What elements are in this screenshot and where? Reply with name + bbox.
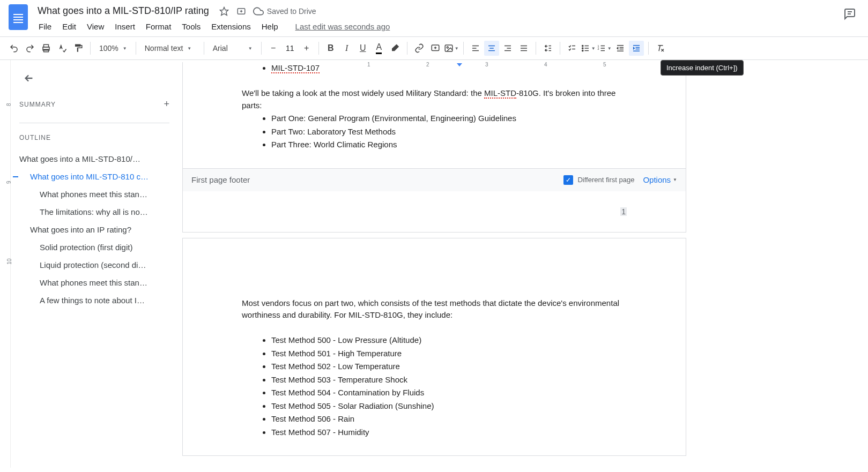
move-icon[interactable] (236, 6, 247, 17)
add-summary-button[interactable]: + (164, 99, 169, 110)
outline-label: OUTLINE (13, 134, 176, 150)
document-canvas[interactable]: 1 2 3 4 5 6 MIL-STD-107 We'll be taking … (182, 60, 868, 468)
paint-format-button[interactable] (71, 41, 86, 56)
last-edit-link[interactable]: Last edit was seconds ago (291, 20, 395, 33)
list-item[interactable]: Test Method 502 - Low Temperature (271, 361, 627, 373)
summary-label: SUMMARY (19, 101, 56, 108)
list-item[interactable]: Part Two: Laboratory Test Methods (271, 126, 627, 138)
checklist-button[interactable] (565, 41, 580, 56)
paragraph[interactable]: We'll be taking a look at the most widel… (242, 87, 627, 111)
outline-item[interactable]: Solid protection (first digit) (13, 238, 176, 256)
cloud-icon (253, 6, 264, 17)
list-item[interactable]: Test Method 501 - High Temperature (271, 348, 627, 360)
outline-item[interactable]: The limitations: why all is no… (13, 203, 176, 221)
list-item[interactable]: Part Three: World Climatic Regions (271, 139, 627, 151)
decrease-indent-button[interactable] (613, 41, 628, 56)
svg-point-29 (582, 45, 583, 46)
page-footer[interactable]: 1 (183, 191, 686, 232)
app-header: What goes into a MIL-STD-810/IP rating S… (0, 0, 868, 33)
horizontal-ruler[interactable]: 1 2 3 4 5 6 (188, 60, 868, 69)
insert-comment-button[interactable] (428, 41, 443, 56)
print-button[interactable] (39, 41, 54, 56)
close-outline-icon[interactable] (19, 69, 39, 88)
docs-logo-icon[interactable] (9, 4, 28, 30)
cloud-status[interactable]: Saved to Drive (253, 6, 316, 17)
document-page-1: MIL-STD-107 We'll be taking a look at th… (182, 62, 686, 233)
menu-format[interactable]: Format (142, 20, 176, 33)
outline-sidebar: SUMMARY + OUTLINE What goes into a MIL-S… (11, 60, 182, 468)
bold-button[interactable]: B (323, 41, 338, 56)
align-right-button[interactable] (500, 41, 515, 56)
redo-button[interactable] (23, 41, 38, 56)
list-item[interactable]: Part One: General Program (Environmental… (271, 113, 627, 125)
outline-item[interactable]: What goes into an IP rating? (13, 221, 176, 238)
list-item[interactable]: Test Method 503 - Temperature Shock (271, 374, 627, 386)
menu-help[interactable]: Help (257, 20, 283, 33)
tooltip: Increase indent (Ctrl+]) (661, 60, 744, 76)
highlight-button[interactable] (388, 41, 403, 56)
toolbar: 100%▼ Normal text▼ Arial▼ − 11 + B I U A… (0, 36, 868, 60)
outline-item[interactable]: What phones meet this stan… (13, 274, 176, 291)
increase-indent-button[interactable] (629, 41, 644, 56)
svg-text:2: 2 (597, 47, 599, 50)
list-item[interactable]: Test Method 504 - Contamination by Fluid… (271, 387, 627, 399)
checkmark-icon: ✓ (563, 175, 573, 185)
spellcheck-button[interactable] (55, 41, 70, 56)
bullet-list-button[interactable]: ▼ (581, 41, 596, 56)
outline-item[interactable]: What goes into MIL-STD-810 c… (13, 168, 176, 185)
italic-button[interactable]: I (339, 41, 354, 56)
undo-button[interactable] (6, 41, 21, 56)
text-color-button[interactable]: A (372, 41, 387, 56)
footer-label: First page footer (191, 175, 250, 184)
vertical-ruler: 8 9 10 (0, 60, 11, 468)
numbered-list-button[interactable]: 12▼ (597, 41, 612, 56)
menu-bar: File Edit View Insert Format Tools Exten… (34, 20, 840, 33)
svg-point-30 (582, 48, 583, 49)
different-first-page-checkbox[interactable]: ✓ Different first page (563, 175, 634, 185)
footer-editor-bar: First page footer ✓ Different first page… (183, 168, 686, 191)
insert-link-button[interactable] (412, 41, 427, 56)
list-item[interactable]: Test Method 500 - Low Pressure (Altitude… (271, 334, 627, 347)
menu-view[interactable]: View (83, 20, 108, 33)
underline-button[interactable]: U (355, 41, 370, 56)
paragraph[interactable]: Most vendors focus on part two, which co… (242, 297, 627, 321)
svg-point-31 (582, 50, 583, 51)
menu-extensions[interactable]: Extensions (207, 20, 255, 33)
document-page-2: Most vendors focus on part two, which co… (182, 238, 686, 456)
clear-formatting-button[interactable] (653, 41, 668, 56)
svg-point-11 (447, 47, 448, 48)
menu-edit[interactable]: Edit (58, 20, 80, 33)
footer-options-button[interactable]: Options▼ (643, 175, 677, 184)
font-select[interactable]: Arial▼ (209, 42, 257, 55)
menu-insert[interactable]: Insert (110, 20, 139, 33)
star-icon[interactable] (219, 6, 229, 17)
saved-status-text: Saved to Drive (267, 7, 316, 16)
font-size-increase[interactable]: + (299, 41, 314, 56)
first-line-indent-marker[interactable] (457, 63, 462, 66)
line-spacing-button[interactable] (540, 41, 555, 56)
menu-file[interactable]: File (34, 20, 56, 33)
document-title[interactable]: What goes into a MIL-STD-810/IP rating (34, 4, 212, 18)
outline-item[interactable]: What goes into a MIL-STD-810/… (13, 150, 176, 168)
font-size-input[interactable]: 11 (282, 44, 298, 53)
outline-item[interactable]: A few things to note about I… (13, 291, 176, 309)
align-justify-button[interactable] (516, 41, 531, 56)
align-left-button[interactable] (468, 41, 483, 56)
insert-image-button[interactable]: ▼ (444, 41, 459, 56)
font-size-decrease[interactable]: − (266, 41, 281, 56)
paragraph-style-select[interactable]: Normal text▼ (140, 42, 199, 55)
align-center-button[interactable] (484, 41, 499, 56)
outline-item[interactable]: Liquid protection (second di… (13, 256, 176, 274)
zoom-select[interactable]: 100%▼ (95, 42, 131, 55)
list-item[interactable]: Test Method 506 - Rain (271, 413, 627, 425)
comment-history-icon[interactable] (840, 4, 859, 24)
list-item[interactable]: Test Method 505 - Solar Radiation (Sunsh… (271, 400, 627, 413)
list-item[interactable]: Test Method 507 - Humidity (271, 426, 627, 439)
svg-marker-0 (220, 7, 228, 15)
menu-tools[interactable]: Tools (177, 20, 205, 33)
outline-item[interactable]: What phones meet this stan… (13, 185, 176, 203)
